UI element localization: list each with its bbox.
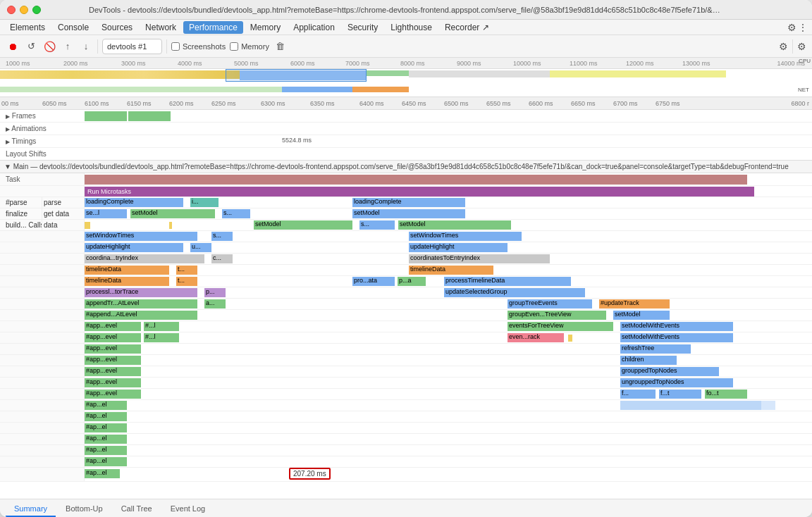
- seg-s2[interactable]: s...: [359, 220, 395, 230]
- timings-label[interactable]: ▶ Timings: [0, 137, 85, 145]
- menu-performance[interactable]: Performance: [183, 21, 243, 34]
- overview-chart[interactable]: NET: [0, 69, 812, 97]
- settings-icon2[interactable]: ⚙: [797, 41, 806, 52]
- seg-hl1[interactable]: #...l: [144, 322, 179, 331]
- memory-checkbox[interactable]: [230, 42, 238, 51]
- frames-label[interactable]: ▶ Frames: [0, 112, 85, 120]
- seg-smwe2[interactable]: setModelWithEvents: [620, 333, 733, 342]
- seg-sm1[interactable]: setModel: [613, 311, 670, 320]
- tab-selector[interactable]: devtools #1: [102, 39, 162, 54]
- menu-console[interactable]: Console: [52, 21, 94, 34]
- seg-uh-2[interactable]: updateHighlight: [409, 243, 508, 252]
- seg-td1-1[interactable]: timelineData: [85, 266, 169, 275]
- seg-td2-1[interactable]: timelineData: [85, 277, 169, 286]
- screenshots-checkbox[interactable]: [171, 42, 180, 51]
- maximize-button[interactable]: [32, 6, 41, 14]
- memory-checkbox-label[interactable]: Memory: [230, 42, 269, 51]
- seg-erack[interactable]: even...rack: [508, 333, 564, 342]
- menu-elements[interactable]: Elements: [4, 21, 51, 34]
- seg-loadingcomplete-2[interactable]: loadingComplete: [352, 198, 465, 207]
- seg-setmodel-2[interactable]: setModel: [352, 209, 465, 218]
- seg-gtn[interactable]: grouppedTopNodes: [620, 367, 719, 376]
- seg-td1-2[interactable]: timelineData: [409, 266, 493, 275]
- seg-s3[interactable]: s...: [211, 232, 233, 241]
- seg-ae2-1[interactable]: #app...evel: [85, 333, 141, 342]
- seg-a1[interactable]: a...: [204, 299, 226, 309]
- screenshots-checkbox-label[interactable]: Screenshots: [171, 42, 226, 51]
- seg-ae4-1[interactable]: #app...evel: [85, 356, 141, 365]
- seg-rt[interactable]: refreshTree: [620, 344, 691, 354]
- capture-settings-icon[interactable]: ⚙: [779, 41, 788, 52]
- seg-ci-2[interactable]: coordinatesToEntryIndex: [409, 254, 550, 263]
- seg-t2[interactable]: t...: [176, 277, 197, 286]
- tab-event-log[interactable]: Event Log: [162, 502, 214, 517]
- seg-swt-1[interactable]: setWindowTimes: [85, 232, 197, 241]
- menu-security[interactable]: Security: [342, 21, 383, 34]
- seg-apel1-1[interactable]: #ap...el: [85, 401, 127, 410]
- seg-proata[interactable]: pro...ata: [352, 277, 395, 286]
- seg-ae1-1[interactable]: #app...evel: [85, 322, 141, 331]
- seg-apel3-1[interactable]: #ap...el: [85, 423, 127, 432]
- more-options-icon[interactable]: ⋮: [798, 22, 808, 33]
- menu-memory[interactable]: Memory: [245, 21, 286, 34]
- run-microtasks-bar[interactable]: Run Microtasks: [85, 187, 754, 197]
- seg-c1[interactable]: c...: [211, 254, 233, 263]
- seg-eftv[interactable]: eventsForTreeView: [508, 322, 613, 331]
- seg-ptd[interactable]: processTimelineData: [444, 277, 571, 286]
- menu-sources[interactable]: Sources: [96, 21, 138, 34]
- seg-last-1[interactable]: #ap...el: [85, 469, 120, 478]
- animations-label[interactable]: ▶ Animations: [0, 125, 85, 132]
- seg-ae3-1[interactable]: #app...evel: [85, 344, 141, 354]
- task-bar[interactable]: [85, 175, 747, 185]
- tab-summary[interactable]: Summary: [6, 502, 56, 517]
- tab-call-tree[interactable]: Call Tree: [113, 502, 161, 517]
- seg-at-1[interactable]: appendTr...AtLevel: [85, 299, 197, 309]
- seg-sel[interactable]: se...l: [85, 209, 127, 218]
- seg-getv[interactable]: groupEven...TreeView: [508, 311, 606, 320]
- seg-i[interactable]: i...: [190, 198, 219, 207]
- seg-usg[interactable]: updateSelectedGroup: [444, 288, 585, 297]
- seg-ch[interactable]: children: [620, 356, 677, 365]
- seg-ci-1[interactable]: coordina...tryIndex: [85, 254, 204, 263]
- seg-pa[interactable]: p...a: [398, 277, 426, 286]
- seg-apel2-1[interactable]: #ap...el: [85, 412, 127, 421]
- seg-hl2[interactable]: #...l: [144, 333, 179, 342]
- menu-application[interactable]: Application: [288, 21, 340, 34]
- seg-swt-2[interactable]: setWindowTimes: [409, 232, 522, 241]
- seg-setmodel-1[interactable]: setModel: [130, 209, 215, 218]
- menu-recorder[interactable]: Recorder ↗: [439, 21, 495, 34]
- refresh-button[interactable]: ↺: [24, 39, 38, 54]
- close-button[interactable]: [7, 6, 16, 14]
- clear-button[interactable]: 🚫: [42, 39, 56, 54]
- seg-s1[interactable]: s...: [222, 209, 250, 218]
- flame-chart-scroll[interactable]: #parse parse loadingComplete i... loadin…: [0, 197, 812, 499]
- minimize-button[interactable]: [20, 6, 28, 14]
- seg-gte[interactable]: groupTreeEvents: [508, 299, 592, 309]
- seg-f1[interactable]: f...: [620, 390, 656, 399]
- seg-ugtn[interactable]: ungrouppedTopNodes: [620, 378, 733, 387]
- upload-button[interactable]: ↑: [61, 39, 75, 54]
- download-button[interactable]: ↓: [79, 39, 93, 54]
- record-button[interactable]: ⏺: [6, 39, 20, 54]
- seg-loadingcomplete-1[interactable]: loadingComplete: [85, 198, 183, 207]
- seg-ut[interactable]: #updateTrack: [599, 299, 670, 309]
- menu-network[interactable]: Network: [140, 21, 182, 34]
- seg-p1[interactable]: p...: [204, 288, 226, 297]
- seg-ae5-1[interactable]: #app...evel: [85, 367, 141, 376]
- seg-smwe1[interactable]: setModelWithEvents: [620, 322, 733, 331]
- trash-button[interactable]: 🗑: [273, 39, 288, 54]
- seg-apel5-1[interactable]: #ap...el: [85, 446, 127, 455]
- seg-apel4-1[interactable]: #ap...el: [85, 435, 127, 444]
- seg-ae6-1[interactable]: #app...evel: [85, 378, 141, 387]
- seg-fot-1[interactable]: #app...evel: [85, 390, 141, 399]
- layout-shifts-label[interactable]: Layout Shifts: [0, 150, 85, 158]
- time-badge[interactable]: 207.20 ms: [289, 468, 331, 480]
- seg-u1[interactable]: u...: [190, 243, 211, 252]
- seg-apel6-1[interactable]: #ap...el: [85, 457, 127, 466]
- seg-aal-1[interactable]: #append...AtLevel: [85, 311, 197, 320]
- seg-t1[interactable]: t...: [176, 266, 197, 275]
- seg-uh-1[interactable]: updateHighlight: [85, 243, 183, 252]
- settings-icon[interactable]: ⚙: [787, 22, 796, 33]
- tab-bottom-up[interactable]: Bottom-Up: [57, 502, 111, 517]
- seg-setmodel-4[interactable]: setModel: [398, 220, 511, 230]
